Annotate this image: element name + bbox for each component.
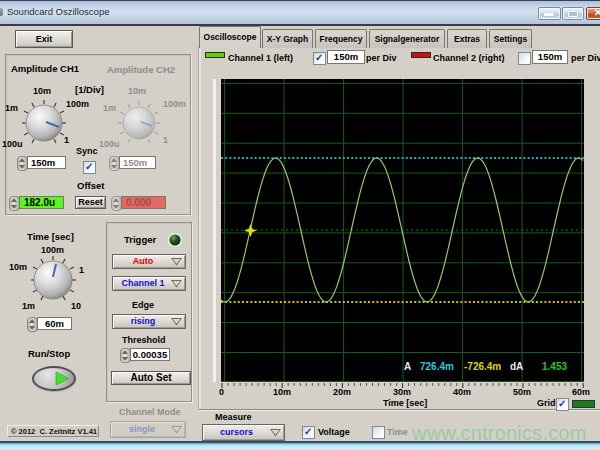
svg-text:-726.4m: -726.4m: [464, 361, 501, 372]
svg-text:dA: dA: [510, 361, 523, 372]
svg-text:1.453: 1.453: [542, 361, 567, 372]
svg-text:726.4m: 726.4m: [420, 361, 454, 372]
svg-text:A: A: [404, 361, 411, 372]
